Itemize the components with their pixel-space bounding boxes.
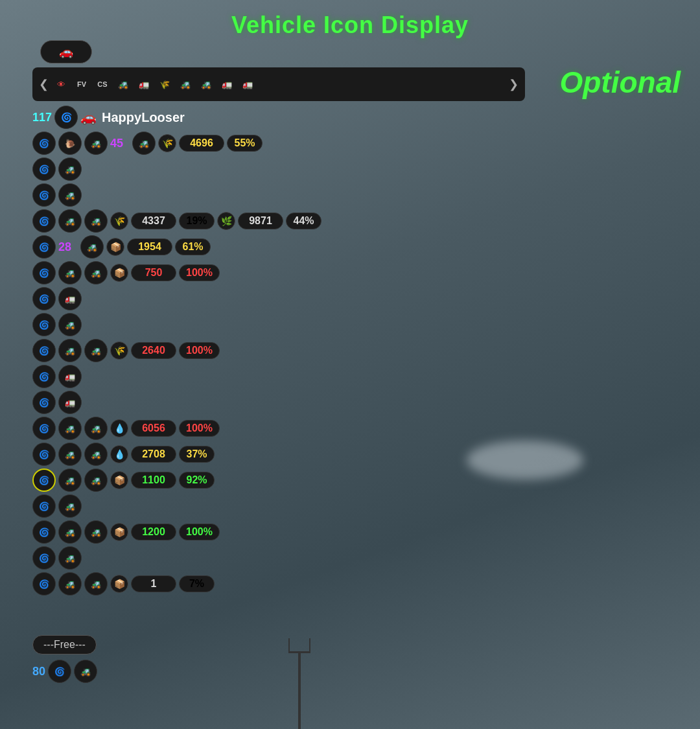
car-icon: 🚗 [59,45,73,59]
vehicle-row-9: 🌀 🚜 🚜 🌾 2640 100% [32,338,447,363]
tractor-icon-3[interactable]: 🚜 [198,78,215,91]
player-vehicle-icon: 🌀 [54,106,78,129]
row12-tractor: 🚜 [84,417,108,440]
row4-vehicle: 🚜 [58,209,82,233]
row5-id: 28 [58,240,78,254]
row10-avatar: 🌀 [32,365,56,388]
vehicle-row-11: 🌀 🚛 [32,390,447,415]
row8-vehicle: 🚜 [58,313,82,336]
row2-avatar: 🌀 [32,157,56,181]
player-car-icon: 🚗 [80,110,97,125]
row6-tractor: 🚜 [84,261,108,284]
row1-value: 4696 [179,135,224,152]
row1-resource: 🌾 [158,134,176,152]
row18-pct: 7% [179,575,215,592]
cloud-decoration [467,441,583,480]
row18-vehicle: 🚜 [58,572,82,596]
vehicle-row-1: 🌀 🐌 🚜 45 🚜 🌾 4696 55% [32,131,447,156]
row18-resource: 📦 [110,575,128,593]
row12-pct: 100% [179,420,220,437]
row13-tractor: 🚜 [84,443,108,466]
truck-icon-3[interactable]: 🚛 [239,78,256,91]
eye-icon[interactable]: 👁 [52,78,69,91]
row9-avatar: 🌀 [32,339,56,362]
row13-vehicle: 🚜 [58,443,82,466]
vehicle-row-7: 🌀 🚛 [32,286,447,311]
tractor-icon-2[interactable]: 🚜 [177,78,194,91]
row4-tractor: 🚜 [84,209,108,233]
row6-value: 750 [131,264,176,281]
vehicle-row-13: 🌀 🚜 🚜 💧 2708 37% [32,442,447,467]
row7-vehicle: 🚛 [58,287,82,310]
row17-avatar: 🌀 [32,546,56,570]
row15-avatar: 🌀 [32,494,56,518]
cs-icon[interactable]: CS [94,78,111,91]
row15-vehicle: 🚜 [58,494,82,518]
page-title: Vehicle Icon Display [0,0,700,39]
vehicle-button[interactable]: 🚗 [40,40,92,64]
row7-avatar: 🌀 [32,287,56,310]
row5-avatar: 🌀 [32,235,56,259]
vehicle-row-16: 🌀 🚜 🚜 📦 1200 100% [32,520,447,544]
fv-icon[interactable]: FV [73,78,90,91]
vehicle-row-4: 🌀 🚜 🚜 🌾 4337 19% 🌿 9871 44% [32,209,447,233]
row9-pct: 100% [179,342,220,359]
player-row: 117 🌀 🚗 HappyLooser [32,105,447,130]
row4-pct2: 44% [286,213,321,229]
row4-value2: 9871 [238,213,283,229]
row14-tractor: 🚜 [84,469,108,492]
row4-value: 4337 [131,213,176,229]
row9-tractor: 🚜 [84,339,108,362]
harvester-icon[interactable]: 🌾 [156,78,173,91]
row4-resource: 🌾 [110,212,128,230]
vehicle-list-panel: 117 🌀 🚗 HappyLooser 🌀 🐌 🚜 45 🚜 🌾 4696 55… [32,105,447,597]
row4-avatar: 🌀 [32,209,56,233]
tractor-icon-1[interactable]: 🚜 [115,78,132,91]
row18-value: 1 [131,575,176,592]
row4-resource2: 🌿 [217,212,235,230]
player-id: 117 [32,111,52,124]
row13-pct: 37% [179,446,215,463]
row12-value: 6056 [131,420,176,437]
row12-resource: 💧 [110,419,128,437]
vehicle-row-18: 🌀 🚜 🚜 📦 1 7% [32,572,447,596]
row6-avatar: 🌀 [32,261,56,284]
vehicle-row-17: 🌀 🚜 [32,546,447,570]
row1-tractor: 🚜 [84,132,108,155]
truck-icon-1[interactable]: 🚛 [135,78,152,91]
free-vehicle: 🚜 [74,660,97,683]
row14-vehicle: 🚜 [58,469,82,492]
row11-avatar: 🌀 [32,391,56,414]
vehicle-row-5: 🌀 28 🚜 📦 1954 61% [32,235,447,259]
row14-avatar: 🌀 [32,469,56,492]
row13-value: 2708 [131,446,176,463]
row9-value: 2640 [131,342,176,359]
free-row: 80 🌀 🚜 [32,660,97,683]
vehicle-row-2: 🌀 🚜 [32,157,447,181]
vehicle-row-14: 🌀 🚜 🚜 📦 1100 92% [32,468,447,492]
row16-value: 1200 [131,524,176,540]
row1-avatar: 🌀 [32,132,56,155]
toolbar-right-arrow[interactable]: ❯ [509,77,519,91]
free-section: ---Free--- 80 🌀 🚜 [32,635,97,683]
vehicle-row-12: 🌀 🚜 🚜 💧 6056 100% [32,416,447,441]
toolbar-left-arrow[interactable]: ❮ [39,77,49,91]
row11-vehicle: 🚛 [58,391,82,414]
row9-vehicle: 🚜 [58,339,82,362]
truck-icon-2[interactable]: 🚛 [218,78,235,91]
free-avatar: 🌀 [48,660,71,683]
vehicle-row-3: 🌀 🚜 [32,183,447,207]
vehicle-row-8: 🌀 🚜 [32,312,447,337]
row13-avatar: 🌀 [32,443,56,466]
vehicle-row-10: 🌀 🚛 [32,364,447,389]
row12-avatar: 🌀 [32,417,56,440]
row16-vehicle: 🚜 [58,520,82,544]
row4-pct: 19% [179,213,215,229]
row5-resource: 📦 [106,238,124,256]
row16-pct: 100% [179,524,220,540]
row16-tractor: 🚜 [84,520,108,544]
row17-vehicle: 🚜 [58,546,82,570]
row6-vehicle: 🚜 [58,261,82,284]
row18-avatar: 🌀 [32,572,56,596]
free-id: 80 [32,665,45,678]
